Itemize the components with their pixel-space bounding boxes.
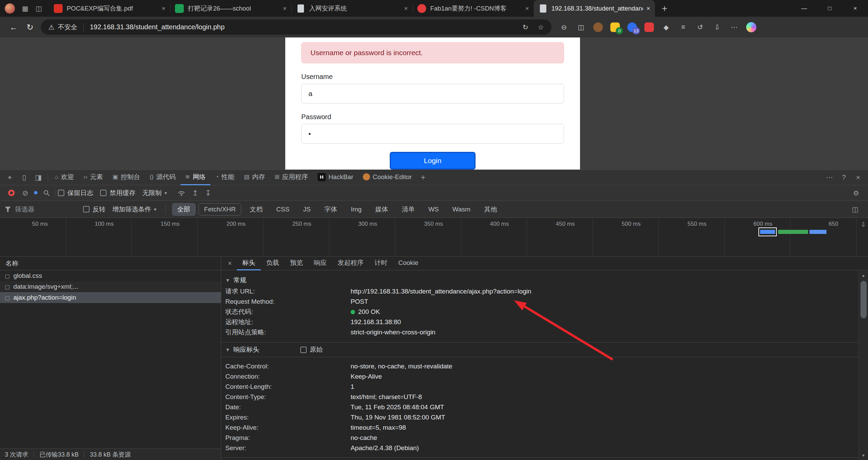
resource-type-chip[interactable]: 全部 xyxy=(172,203,196,216)
details-tab[interactable]: 负载 xyxy=(261,257,285,270)
devtools-close-icon[interactable]: × xyxy=(851,173,865,181)
favorite-star-icon[interactable]: ☆ xyxy=(538,23,544,31)
resource-type-chip[interactable]: 文档 xyxy=(244,203,268,216)
workspaces-icon[interactable]: ▦ xyxy=(18,4,32,13)
new-tab-button[interactable]: + xyxy=(662,3,667,14)
details-tab[interactable]: 计时 xyxy=(369,257,393,270)
export-har-icon[interactable]: ↧ xyxy=(202,189,215,197)
password-field[interactable] xyxy=(301,124,564,144)
window-close-button[interactable]: × xyxy=(842,0,868,17)
request-headers-section-header[interactable]: ▼ 请求标头 原始 xyxy=(225,458,858,460)
clear-network-icon[interactable]: ⊘ xyxy=(19,189,32,197)
request-row[interactable]: ▢ data:image/svg+xml;... xyxy=(0,281,221,292)
resource-type-chip[interactable]: 字体 xyxy=(319,203,343,216)
resource-type-chip[interactable]: 清单 xyxy=(396,203,420,216)
disable-cache-checkbox[interactable] xyxy=(100,190,107,196)
filter-field[interactable] xyxy=(5,206,83,213)
disable-cache-toggle[interactable]: 禁用缓存 xyxy=(100,189,135,197)
devtools-panel-tab[interactable]: H HackBar xyxy=(313,170,358,185)
settings-more-icon[interactable]: ⋯ xyxy=(726,20,742,34)
resource-type-chip[interactable]: WS xyxy=(423,204,444,215)
details-tab[interactable]: 发起程序 xyxy=(332,257,369,270)
record-network-icon[interactable] xyxy=(8,190,15,196)
request-list-header[interactable]: 名称 xyxy=(0,257,221,270)
invert-filter-toggle[interactable]: 反转 xyxy=(83,205,106,214)
more-panels-button[interactable]: + xyxy=(417,173,430,182)
response-headers-section-header[interactable]: ▼ 响应标头 原始 xyxy=(225,343,858,357)
extension-blue-icon[interactable]: 13 xyxy=(624,20,640,34)
extensions-puzzle-icon[interactable]: ◆ xyxy=(658,20,674,34)
resource-type-chip[interactable]: Wasm xyxy=(447,204,476,215)
tab-close-icon[interactable]: × xyxy=(525,5,529,12)
devtools-panel-tab[interactable]: ‹› 元素 xyxy=(79,170,108,185)
copilot-icon[interactable] xyxy=(743,20,759,34)
browser-essentials-icon[interactable]: ⊖ xyxy=(556,20,572,34)
refresh-icon[interactable]: ↻ xyxy=(22,22,38,32)
details-tab[interactable]: 预览 xyxy=(285,257,308,270)
device-toolbar-icon[interactable]: ▯ xyxy=(17,173,31,181)
raw-checkbox[interactable] xyxy=(300,347,307,353)
scroll-up-icon[interactable]: ▴ xyxy=(859,273,868,278)
devtools-panel-tab[interactable]: ⌂ 欢迎 xyxy=(50,170,79,185)
devtools-panel-tab[interactable]: ▣ 控制台 xyxy=(108,170,145,185)
devtools-panel-tab[interactable]: ◔ 性能 xyxy=(210,170,239,185)
tab-close-icon[interactable]: × xyxy=(404,5,408,12)
extension-yellow-icon[interactable]: 0 xyxy=(607,20,623,34)
tab-actions-icon[interactable]: ◫ xyxy=(32,4,46,13)
reading-list-icon[interactable]: ≡ xyxy=(675,20,691,34)
panel-layout-toggle-icon[interactable]: ◫ xyxy=(847,205,863,213)
extension-red-icon[interactable] xyxy=(641,20,657,34)
network-conditions-icon[interactable] xyxy=(177,190,186,196)
request-row[interactable]: ▢ ajax.php?action=login xyxy=(0,292,221,303)
resource-type-chip[interactable]: 其他 xyxy=(479,203,502,216)
downloads-icon[interactable]: ⇩ xyxy=(709,20,725,34)
browser-tab[interactable]: POC&EXP编写合集.pdf × xyxy=(49,0,170,17)
minimize-button[interactable]: — xyxy=(791,0,817,17)
details-tab[interactable]: 标头 xyxy=(237,257,261,270)
devtools-panel-tab[interactable]: Cookie-Editor xyxy=(358,170,417,185)
dock-side-icon[interactable]: ◨ xyxy=(31,173,46,181)
site-security-chip[interactable]: ⚠ 不安全 xyxy=(48,23,77,32)
devtools-panel-tab[interactable]: ▤ 内存 xyxy=(239,170,270,185)
resource-type-chip[interactable]: Img xyxy=(345,204,367,215)
filter-input[interactable] xyxy=(15,206,69,213)
throttling-dropdown[interactable]: 无限制 ▾ xyxy=(142,189,167,197)
devtools-panel-tab[interactable]: ≋ 网络 xyxy=(180,170,210,185)
browser-tab[interactable]: 入网安评系统 × xyxy=(291,0,413,17)
close-details-icon[interactable]: × xyxy=(223,259,237,267)
details-scrollbar[interactable]: ▴ ▾ xyxy=(858,271,868,460)
tab-close-icon[interactable]: × xyxy=(646,5,650,12)
maximize-button[interactable]: □ xyxy=(817,0,842,17)
request-row[interactable]: ▢ global.css xyxy=(0,270,221,281)
devtools-panel-tab[interactable]: ⊞ 应用程序 xyxy=(270,170,313,185)
resource-type-chip[interactable]: CSS xyxy=(271,204,295,215)
inspect-element-icon[interactable]: ⌖ xyxy=(3,173,17,181)
devtools-panel-tab[interactable]: {} 源代码 xyxy=(145,170,180,185)
import-har-icon[interactable]: ↥ xyxy=(189,189,202,197)
login-button[interactable]: Login xyxy=(390,152,476,170)
resource-type-chip[interactable]: 媒体 xyxy=(370,203,393,216)
network-overview-timeline[interactable]: 50 ms 100 ms 150 ms 200 ms 250 ms 300 ms… xyxy=(0,218,868,257)
search-icon[interactable] xyxy=(43,190,50,196)
username-field[interactable] xyxy=(301,84,564,104)
raw-toggle[interactable]: 原始 xyxy=(300,345,323,354)
browser-tab[interactable]: Fab1an要努力! -CSDN博客 × xyxy=(413,0,534,17)
url-bar[interactable]: ⚠ 不安全 192.168.31.38/student_attendance/l… xyxy=(41,19,551,35)
devtools-help-icon[interactable]: ? xyxy=(837,173,851,181)
resource-type-chip[interactable]: Fetch/XHR xyxy=(198,203,242,216)
split-screen-icon[interactable]: ◫ xyxy=(573,20,589,34)
tab-close-icon[interactable]: × xyxy=(162,5,165,12)
extension-bear-icon[interactable] xyxy=(590,20,606,34)
details-tab[interactable]: Cookie xyxy=(393,257,424,270)
history-icon[interactable]: ↺ xyxy=(692,20,708,34)
browser-tab[interactable]: 192.168.31.38/student_attendanc × xyxy=(534,0,655,17)
network-settings-gear-icon[interactable]: ⚙ xyxy=(848,189,864,197)
more-filters-dropdown[interactable]: 增加筛选条件 ▾ xyxy=(112,205,157,214)
preserve-log-toggle[interactable]: 保留日志 xyxy=(58,189,93,197)
scroll-down-icon[interactable]: ▾ xyxy=(859,453,868,458)
resource-type-chip[interactable]: JS xyxy=(298,204,316,215)
scrollbar-thumb[interactable] xyxy=(861,281,867,318)
tab-close-icon[interactable]: × xyxy=(283,5,287,12)
devtools-more-icon[interactable]: ⋯ xyxy=(822,173,837,181)
back-icon[interactable]: ← xyxy=(5,22,22,32)
